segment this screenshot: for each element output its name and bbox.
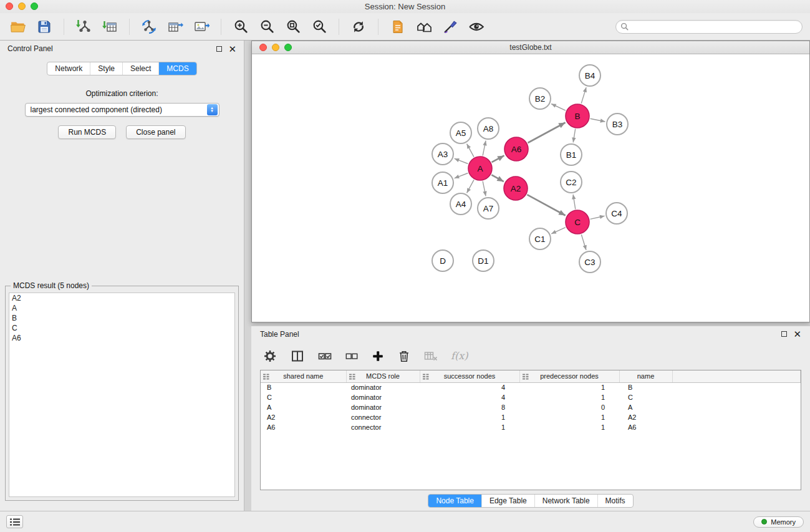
minimize-network-button[interactable] xyxy=(272,44,279,51)
node-A5[interactable]: A5 xyxy=(450,122,471,143)
table-row[interactable]: A2connector11A2 xyxy=(261,412,801,422)
tab-select[interactable]: Select xyxy=(122,62,158,75)
window-titlebar[interactable]: Session: New Session xyxy=(0,0,810,13)
run-mcds-button[interactable]: Run MCDS xyxy=(58,125,116,139)
zoom-in-button[interactable] xyxy=(230,16,251,37)
column-header-name[interactable]: name xyxy=(619,370,672,382)
zoom-window-button[interactable] xyxy=(31,2,38,10)
edge-B-B2[interactable] xyxy=(551,104,566,111)
delete-table-button[interactable] xyxy=(423,349,438,364)
node-A1[interactable]: A1 xyxy=(432,172,453,193)
apply-style-button[interactable] xyxy=(440,16,461,37)
show-panels-list-button[interactable] xyxy=(6,515,23,528)
float-panel-button[interactable] xyxy=(216,46,222,52)
edge-B-B3[interactable] xyxy=(591,118,605,122)
edge-B-B4[interactable] xyxy=(581,87,586,104)
node-B2[interactable]: B2 xyxy=(529,88,551,109)
edge-A2-C[interactable] xyxy=(527,195,565,215)
tab-network-table[interactable]: Network Table xyxy=(534,495,597,507)
table-row[interactable]: A6connector11A6 xyxy=(261,422,801,432)
network-window-titlebar[interactable]: testGlobe.txt xyxy=(252,41,809,54)
close-table-panel-icon[interactable]: ✕ xyxy=(793,329,801,339)
edge-C-C3[interactable] xyxy=(581,235,586,250)
node-C3[interactable]: C3 xyxy=(579,251,600,273)
close-window-button[interactable] xyxy=(6,2,13,10)
edge-C-C1[interactable] xyxy=(551,228,566,234)
node-C[interactable]: C xyxy=(566,210,589,234)
column-header-mcds-role[interactable]: MCDS role xyxy=(346,370,420,382)
node-A6[interactable]: A6 xyxy=(504,137,528,161)
table-row[interactable]: Bdominator41B xyxy=(261,382,801,392)
network-canvas[interactable]: B4B2BB3A8A5A6A3B1AC2A1A2A4A7C4CC1C3DD1 xyxy=(252,54,809,322)
save-session-button[interactable] xyxy=(34,16,55,37)
column-header-successor-nodes[interactable]: successor nodes xyxy=(420,370,519,382)
edge-A-A2[interactable] xyxy=(491,175,504,181)
node-B4[interactable]: B4 xyxy=(579,65,600,86)
zoom-selected-button[interactable] xyxy=(309,16,330,37)
mcds-result-item[interactable]: A xyxy=(9,303,234,313)
node-B[interactable]: B xyxy=(566,104,589,128)
zoom-fit-button[interactable] xyxy=(282,16,304,37)
edge-A-A8[interactable] xyxy=(483,141,486,156)
node-B1[interactable]: B1 xyxy=(561,144,582,165)
open-file-button[interactable] xyxy=(7,16,29,37)
node-A[interactable]: A xyxy=(468,157,492,180)
mcds-result-item[interactable]: A6 xyxy=(9,333,234,343)
mcds-result-item[interactable]: A2 xyxy=(9,293,234,303)
edge-C-C4[interactable] xyxy=(591,216,605,219)
refresh-view-button[interactable] xyxy=(348,16,369,37)
tab-motifs[interactable]: Motifs xyxy=(597,495,633,507)
mcds-result-item[interactable]: B xyxy=(9,313,234,323)
memory-button[interactable]: Memory xyxy=(753,516,804,528)
function-builder-button[interactable]: f(x) xyxy=(451,350,468,362)
node-C2[interactable]: C2 xyxy=(561,172,582,193)
float-table-panel-button[interactable] xyxy=(781,331,787,337)
zoom-out-button[interactable] xyxy=(256,16,277,37)
show-hide-graphics-button[interactable] xyxy=(466,16,487,37)
network-graph[interactable]: B4B2BB3A8A5A6A3B1AC2A1A2A4A7C4CC1C3DD1 xyxy=(252,54,809,322)
edge-A-A1[interactable] xyxy=(455,173,468,178)
edge-A6-B[interactable] xyxy=(528,123,566,143)
close-network-button[interactable] xyxy=(259,44,267,51)
node-A4[interactable]: A4 xyxy=(450,193,471,215)
node-D1[interactable]: D1 xyxy=(473,250,494,271)
search-input[interactable] xyxy=(631,22,798,31)
node-A2[interactable]: A2 xyxy=(504,177,528,200)
close-panel-button[interactable]: Close panel xyxy=(126,125,185,139)
tab-node-table[interactable]: Node Table xyxy=(428,495,481,507)
mcds-result-item[interactable]: C xyxy=(9,323,234,333)
column-header-predecessor-nodes[interactable]: predecessor nodes xyxy=(519,370,619,382)
tab-style[interactable]: Style xyxy=(90,62,122,75)
table-row[interactable]: Cdominator41C xyxy=(261,392,801,402)
tab-edge-table[interactable]: Edge Table xyxy=(481,495,534,507)
node-B3[interactable]: B3 xyxy=(607,114,628,135)
edge-C-C2[interactable] xyxy=(573,195,576,210)
node-A3[interactable]: A3 xyxy=(432,143,453,165)
edge-A-A5[interactable] xyxy=(467,144,474,157)
minimize-window-button[interactable] xyxy=(18,2,26,10)
import-network-button[interactable] xyxy=(73,16,94,37)
edge-A-A4[interactable] xyxy=(467,180,474,193)
export-network-button[interactable] xyxy=(138,16,160,37)
edge-A-A3[interactable] xyxy=(455,158,468,163)
open-recent-session-button[interactable] xyxy=(387,16,408,37)
node-table-container[interactable]: shared name MCDS role successor nodes pr… xyxy=(260,370,801,490)
home-button[interactable] xyxy=(413,16,435,37)
column-header-shared-name[interactable]: shared name xyxy=(261,370,346,382)
export-image-button[interactable] xyxy=(191,16,212,37)
split-column-button[interactable] xyxy=(290,349,305,364)
delete-column-button[interactable] xyxy=(397,349,411,363)
add-column-button[interactable] xyxy=(371,349,385,363)
table-settings-button[interactable] xyxy=(263,349,277,364)
import-table-button[interactable] xyxy=(99,16,120,37)
node-A7[interactable]: A7 xyxy=(478,198,499,219)
optimization-criterion-select[interactable]: largest connected component (directed) ▲… xyxy=(25,103,219,117)
mcds-result-list[interactable]: A2ABCA6 xyxy=(9,293,235,497)
close-panel-icon[interactable]: ✕ xyxy=(228,44,236,54)
node-D[interactable]: D xyxy=(432,250,453,271)
table-row[interactable]: Adominator80A xyxy=(261,402,801,412)
select-all-button[interactable] xyxy=(317,349,332,364)
search-field[interactable] xyxy=(615,20,803,34)
node-A8[interactable]: A8 xyxy=(478,118,499,139)
export-table-button[interactable] xyxy=(165,16,186,37)
